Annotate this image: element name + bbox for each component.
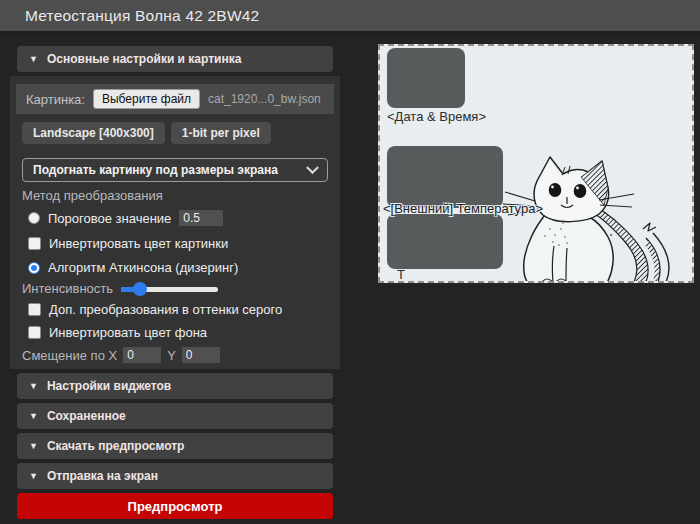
chevron-down-icon xyxy=(306,161,319,174)
threshold-value-input[interactable] xyxy=(179,210,223,226)
accordion-main-settings[interactable]: ▼ Основные настройки и картинка xyxy=(17,46,333,72)
caret-down-icon: ▼ xyxy=(29,472,38,481)
intensity-row: Интенсивность xyxy=(22,281,328,296)
fit-mode-selected-value: Подогнать картинку под размеры экрана xyxy=(33,163,278,177)
threshold-label: Пороговое значение xyxy=(48,211,171,226)
image-file-row: Картинка: Выберите файл cat_1920...0_bw.… xyxy=(16,84,334,114)
accordion-widgets[interactable]: ▼ Настройки виджетов xyxy=(17,373,333,399)
choose-file-button[interactable]: Выберите файл xyxy=(93,89,200,109)
atkinson-option-row: Алгоритм Аткинсона (дизеринг) xyxy=(28,260,328,275)
third-widget-box xyxy=(387,214,503,269)
datetime-widget-box xyxy=(387,48,465,108)
offset-x-label: Смещение по X xyxy=(22,348,117,363)
invert-image-label: Инвертировать цвет картинки xyxy=(49,236,228,251)
accordion-main-settings-label: Основные настройки и картинка xyxy=(47,52,241,66)
accordion-saved[interactable]: ▼ Сохраненное xyxy=(17,403,333,429)
temperature-placeholder-label: <[Внешний] Температура> xyxy=(383,201,543,216)
grayscale-checkbox[interactable] xyxy=(28,303,41,316)
threshold-option-row: Пороговое значение xyxy=(28,210,328,226)
accordion-widgets-label: Настройки виджетов xyxy=(47,379,171,393)
screen-preview-canvas: <Дата & Время> <[Внешний] Температура> Т xyxy=(378,44,694,283)
grayscale-row: Доп. преобразования в оттенки серого xyxy=(28,302,328,317)
settings-column: ▼ Основные настройки и картинка Картинка… xyxy=(10,46,340,519)
image-file-label: Картинка: xyxy=(26,92,85,107)
invert-bg-label: Инвертировать цвет фона xyxy=(49,325,207,340)
caret-down-icon: ▼ xyxy=(29,412,38,421)
orientation-button[interactable]: Landscape [400x300] xyxy=(22,122,165,144)
offset-row: Смещение по X Y xyxy=(22,347,328,363)
fit-mode-select[interactable]: Подогнать картинку под размеры экрана xyxy=(22,158,328,182)
accordion-download-preview[interactable]: ▼ Скачать предпросмотр xyxy=(17,433,333,459)
format-buttons-row: Landscape [400x300] 1-bit per pixel xyxy=(22,122,328,144)
accordion-saved-label: Сохраненное xyxy=(47,409,126,423)
app-header: Метеостанция Волна 42 2BW42 xyxy=(0,0,700,33)
threshold-radio[interactable] xyxy=(28,212,40,224)
main-settings-panel: Картинка: Выберите файл cat_1920...0_bw.… xyxy=(10,76,340,369)
conversion-method-label: Метод преобразования xyxy=(22,188,328,203)
cat-illustration xyxy=(495,149,690,283)
offset-y-label: Y xyxy=(167,348,176,363)
offset-x-input[interactable] xyxy=(123,347,161,363)
offset-y-input[interactable] xyxy=(182,347,220,363)
temperature-widget-box xyxy=(387,146,503,208)
bit-depth-button[interactable]: 1-bit per pixel xyxy=(171,122,271,144)
atkinson-radio[interactable] xyxy=(28,262,40,274)
selected-file-name: cat_1920...0_bw.json xyxy=(208,92,321,106)
accordion-send-to-screen-label: Отправка на экран xyxy=(47,469,158,483)
accordion-send-to-screen[interactable]: ▼ Отправка на экран xyxy=(17,463,333,489)
caret-down-icon: ▼ xyxy=(29,382,38,391)
preview-button[interactable]: Предпросмотр xyxy=(17,493,333,519)
invert-bg-row: Инвертировать цвет фона xyxy=(28,325,328,340)
caret-down-icon: ▼ xyxy=(29,442,38,451)
caret-down-icon: ▼ xyxy=(29,55,38,64)
slider-thumb[interactable] xyxy=(133,282,147,296)
intensity-label: Интенсивность xyxy=(22,281,113,296)
atkinson-label: Алгоритм Аткинсона (дизеринг) xyxy=(48,260,238,275)
invert-image-checkbox[interactable] xyxy=(28,237,41,250)
grayscale-label: Доп. преобразования в оттенки серого xyxy=(49,302,282,317)
invert-image-row: Инвертировать цвет картинки xyxy=(28,236,328,251)
invert-bg-checkbox[interactable] xyxy=(28,326,41,339)
page-title: Метеостанция Волна 42 2BW42 xyxy=(25,7,259,25)
accordion-download-preview-label: Скачать предпросмотр xyxy=(47,439,185,453)
datetime-placeholder-label: <Дата & Время> xyxy=(387,109,486,124)
clipped-widget-label: Т xyxy=(397,267,405,282)
intensity-slider[interactable] xyxy=(121,282,218,296)
